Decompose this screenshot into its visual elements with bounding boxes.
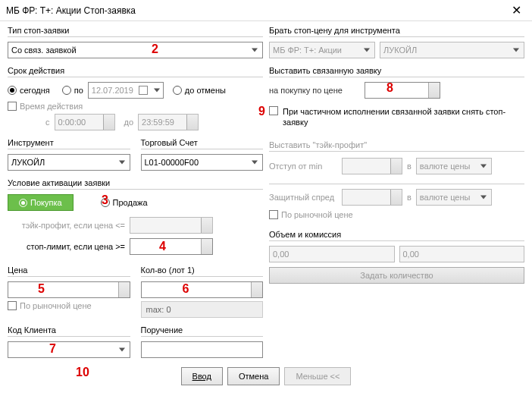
order-input[interactable] xyxy=(141,341,264,358)
radio-until[interactable]: по xyxy=(62,86,83,95)
buy-price-input[interactable] xyxy=(365,82,440,99)
tp-cond-label: тэйк-профит, если цена <= xyxy=(8,221,125,230)
instrument2-select[interactable]: ЛУКОЙЛ xyxy=(380,42,524,58)
validity-label: Срок действия xyxy=(8,66,263,75)
chk-market-price[interactable]: По рыночной цене xyxy=(8,301,92,310)
qty-input[interactable] xyxy=(141,281,264,298)
linked-label: Выставить связанную заявку xyxy=(269,66,524,75)
radio-buy[interactable]: Покупка xyxy=(8,194,74,211)
price-input[interactable] xyxy=(8,281,130,298)
client-select[interactable] xyxy=(8,341,130,358)
cancel-button[interactable]: Отмена xyxy=(227,367,280,385)
close-icon[interactable]: ✕ xyxy=(507,3,526,17)
time-to[interactable]: 23:59:59 xyxy=(138,114,199,130)
sl-cond-label: стоп-лимит, если цена >= xyxy=(8,242,125,251)
to-label: до xyxy=(124,118,134,127)
stop-type-select[interactable]: Со связ. заявкой xyxy=(8,42,263,58)
take-price-label: Брать стоп-цену для инструмента xyxy=(269,26,524,35)
order-label: Поручение xyxy=(141,325,264,335)
stop-type-value: Со связ. заявкой xyxy=(11,46,77,55)
buy-at-price-label: на покупку по цене xyxy=(269,86,360,95)
enter-button[interactable]: Ввод xyxy=(181,367,223,385)
window-title: МБ ФР: Т+: Акции Стоп-заявка xyxy=(6,5,136,16)
less-button[interactable]: Меньше << xyxy=(284,367,351,385)
spread-unit-select[interactable]: валюте цены xyxy=(416,189,492,206)
account-select[interactable]: L01-00000F00 xyxy=(141,154,264,171)
set-qty-button[interactable]: Задать количество xyxy=(269,267,524,284)
instrument-label: Инструмент xyxy=(8,138,130,147)
commission-input: 0,00 xyxy=(399,246,525,262)
volume-input: 0,00 xyxy=(269,246,395,262)
stop-type-label: Тип стоп-заявки xyxy=(8,26,263,35)
time-from[interactable]: 0:00:00 xyxy=(55,114,115,130)
partial-label: При частичном исполнении связанной заявк… xyxy=(283,106,524,128)
max-label: max: 0 xyxy=(141,301,264,318)
offset-input[interactable] xyxy=(342,158,402,174)
volume-label: Объем и комиссия xyxy=(269,230,524,239)
qty-label: Кол-во (лот 1) xyxy=(141,265,264,275)
spread-input[interactable] xyxy=(342,189,402,206)
tp-cond-input[interactable] xyxy=(130,217,213,234)
chk-market-price-2[interactable]: По рыночной цене xyxy=(269,210,353,219)
offset-unit-select[interactable]: валюте цены xyxy=(416,158,492,174)
account-label: Торговый Счет xyxy=(141,138,264,147)
radio-sell[interactable]: Продажа xyxy=(101,198,148,207)
date-until[interactable]: 12.07.2019 xyxy=(88,82,164,99)
tp-section-label: Выставить "тэйк-профит" xyxy=(269,140,524,149)
activation-label: Условие активации заявки xyxy=(8,178,263,187)
client-label: Код Клиента xyxy=(8,325,130,335)
sl-cond-input[interactable] xyxy=(130,238,213,255)
radio-today[interactable]: сегодня xyxy=(8,86,50,95)
chk-time-action[interactable]: Время действия xyxy=(8,102,83,111)
titlebar: МБ ФР: Т+: Акции Стоп-заявка ✕ xyxy=(0,0,532,21)
from-label: с xyxy=(45,118,50,127)
in-label-1: в xyxy=(407,162,412,171)
price-label: Цена xyxy=(8,265,130,275)
annotation-10: 10 xyxy=(76,366,89,379)
market-select[interactable]: МБ ФР: Т+: Акции xyxy=(269,42,375,58)
offset-label: Отступ от min xyxy=(269,162,337,171)
radio-cancel[interactable]: до отмены xyxy=(173,86,226,95)
chk-partial[interactable] xyxy=(269,106,278,115)
spread-label: Защитный спред xyxy=(269,193,337,202)
instrument-select[interactable]: ЛУКОЙЛ xyxy=(8,154,130,171)
in-label-2: в xyxy=(407,193,412,202)
